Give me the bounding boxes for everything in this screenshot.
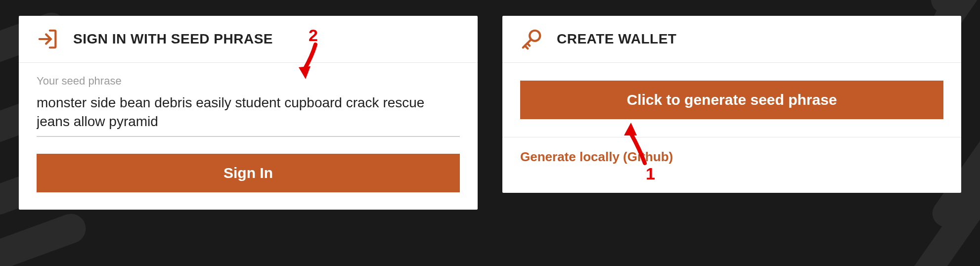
create-wallet-title: CREATE WALLET (557, 31, 676, 47)
generate-seed-button[interactable]: Click to generate seed phrase (520, 81, 943, 119)
signin-button[interactable]: Sign In (37, 154, 460, 192)
seed-phrase-label: Your seed phrase (37, 75, 460, 88)
svg-line-3 (525, 45, 528, 48)
svg-line-4 (527, 44, 530, 46)
generate-locally-link[interactable]: Generate locally (Github) (520, 149, 673, 164)
create-wallet-card: CREATE WALLET Click to generate seed phr… (502, 16, 961, 193)
annotation-number-1: 1 (646, 164, 655, 183)
signin-arrow-icon (37, 28, 59, 50)
signin-title: SIGN IN WITH SEED PHRASE (73, 31, 273, 47)
signin-card: SIGN IN WITH SEED PHRASE Your seed phras… (19, 16, 478, 210)
create-wallet-card-body: Click to generate seed phrase (502, 63, 961, 137)
signin-card-body: Your seed phrase Sign In (19, 63, 478, 204)
annotation-number-2: 2 (309, 26, 318, 45)
signin-card-header: SIGN IN WITH SEED PHRASE (19, 16, 478, 63)
key-icon (520, 28, 543, 50)
main-container: SIGN IN WITH SEED PHRASE Your seed phras… (0, 0, 980, 266)
create-wallet-card-footer: Generate locally (Github) (502, 137, 961, 177)
create-wallet-card-header: CREATE WALLET (502, 16, 961, 63)
seed-phrase-input[interactable] (37, 92, 460, 137)
